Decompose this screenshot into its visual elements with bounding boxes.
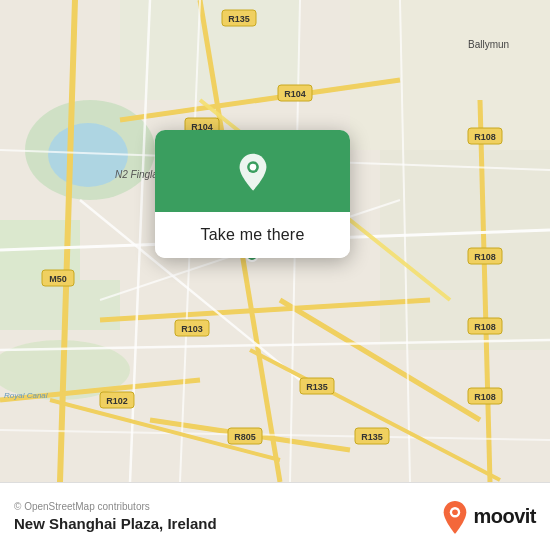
svg-text:Royal Canal: Royal Canal <box>4 391 48 400</box>
svg-point-61 <box>249 164 256 171</box>
popup-header <box>155 130 350 212</box>
moovit-brand-text: moovit <box>473 505 536 528</box>
svg-text:R805: R805 <box>234 432 256 442</box>
map-area: R135 R104 R104 M50 R103 R102 R805 <box>0 0 550 482</box>
moovit-logo: moovit <box>441 500 536 534</box>
svg-text:R135: R135 <box>306 382 328 392</box>
svg-text:R102: R102 <box>106 396 128 406</box>
footer-left: © OpenStreetMap contributors New Shangha… <box>14 501 217 532</box>
svg-point-63 <box>453 509 459 515</box>
map-pin-icon <box>232 152 274 194</box>
svg-text:R108: R108 <box>474 252 496 262</box>
take-me-there-button[interactable]: Take me there <box>155 212 350 258</box>
copyright-text: © OpenStreetMap contributors <box>14 501 217 512</box>
svg-rect-7 <box>350 0 550 150</box>
svg-text:M50: M50 <box>49 274 67 284</box>
app: R135 R104 R104 M50 R103 R102 R805 <box>0 0 550 550</box>
svg-text:R104: R104 <box>284 89 306 99</box>
moovit-pin-icon <box>441 500 469 534</box>
footer-bar: © OpenStreetMap contributors New Shangha… <box>0 482 550 550</box>
svg-rect-3 <box>0 280 120 330</box>
svg-text:R135: R135 <box>361 432 383 442</box>
popup-card: Take me there <box>155 130 350 258</box>
svg-text:R135: R135 <box>228 14 250 24</box>
svg-text:R108: R108 <box>474 132 496 142</box>
place-name: New Shanghai Plaza, Ireland <box>14 515 217 532</box>
svg-text:R108: R108 <box>474 392 496 402</box>
svg-text:R103: R103 <box>181 324 203 334</box>
svg-text:Ballymun: Ballymun <box>468 39 509 50</box>
svg-text:R108: R108 <box>474 322 496 332</box>
